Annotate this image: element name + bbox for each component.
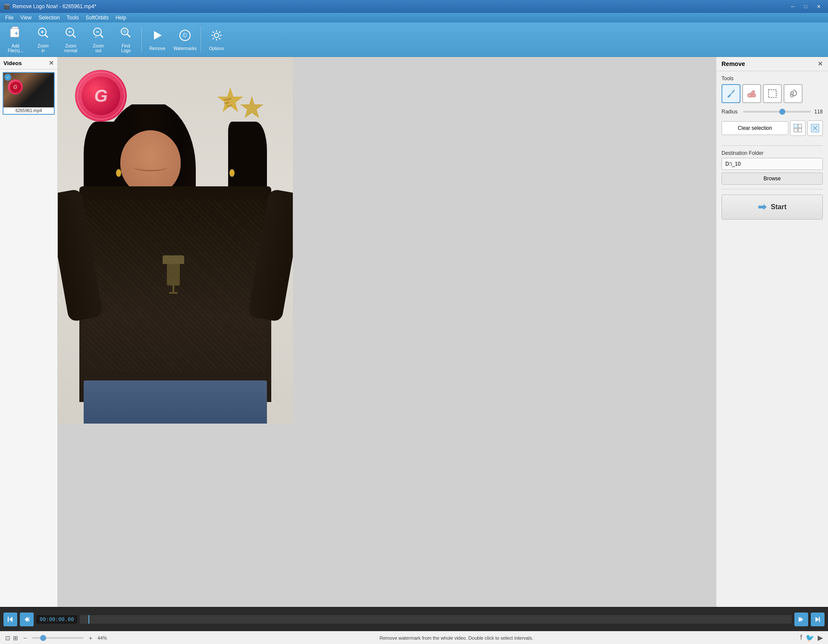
brush-icon xyxy=(726,88,736,99)
start-button[interactable]: ➡ Start xyxy=(721,195,823,220)
svg-line-9 xyxy=(72,35,75,38)
watermarks-icon: © xyxy=(178,28,192,44)
toolbar-options[interactable]: Options xyxy=(203,24,230,55)
window-controls: ─ □ ✕ xyxy=(787,2,825,11)
timeline: 00:00:00.00 xyxy=(0,607,828,631)
timeline-track[interactable] xyxy=(80,615,792,624)
status-message: Remove watermark from the whole video. D… xyxy=(113,635,800,641)
youtube-share-icon[interactable]: ▶ xyxy=(818,634,823,642)
rect-select-tool-button[interactable] xyxy=(763,84,782,103)
select-interval-icon xyxy=(810,123,820,133)
start-arrow-icon: ➡ xyxy=(758,201,766,213)
clear-selection-button[interactable]: Clear selection xyxy=(721,121,788,135)
menu-view[interactable]: View xyxy=(17,14,35,22)
title-bar: 🎬 Remove Logo Now! - 6265961.mp4* ─ □ ✕ xyxy=(0,0,828,13)
right-panel-header: Remove ✕ xyxy=(716,57,828,71)
zoom-value-display: 44% xyxy=(97,635,113,641)
zoom-normal-icon xyxy=(64,26,78,42)
panel-close-button[interactable]: ✕ xyxy=(818,60,823,67)
svg-line-15 xyxy=(127,34,130,37)
woman-figure xyxy=(58,104,293,424)
twitter-share-icon[interactable]: 🐦 xyxy=(806,634,814,642)
zoom-slider[interactable] xyxy=(32,637,84,639)
zoom-controls-left: ⊡ ⊞ − + 44% xyxy=(5,635,113,641)
toolbar-sep-1 xyxy=(141,27,142,53)
menu-selection[interactable]: Selection xyxy=(35,14,63,22)
select-all-frames-button[interactable] xyxy=(790,120,806,136)
next-frame-button[interactable] xyxy=(794,613,808,626)
eraser-icon xyxy=(746,88,757,99)
toolbar-remove[interactable]: Remove xyxy=(144,24,171,55)
toolbar-watermarks[interactable]: © Watermarks xyxy=(171,24,199,55)
toolbar-add-files[interactable]: + AddFile(s)... xyxy=(2,24,29,55)
maximize-button[interactable]: □ xyxy=(800,2,812,11)
svg-rect-42 xyxy=(794,129,797,132)
prev-frame-button[interactable] xyxy=(20,613,34,626)
menu-help[interactable]: Help xyxy=(112,14,130,22)
zoom-to-fit-icon[interactable]: ⊡ xyxy=(5,635,10,641)
menu-softorbits[interactable]: SoftOrbits xyxy=(82,14,112,22)
zoom-in-status-button[interactable]: + xyxy=(86,635,95,641)
svg-line-6 xyxy=(45,35,48,38)
svg-line-34 xyxy=(733,90,734,92)
select-interval-button[interactable] xyxy=(807,120,823,136)
toolbar-zoom-normal[interactable]: Zoomnormal xyxy=(57,24,85,55)
main-layout: Videos ✕ G ✓ 6265961.mp4 G xyxy=(0,57,828,607)
timeline-right-buttons xyxy=(794,613,825,626)
minimize-button[interactable]: ─ xyxy=(787,2,799,11)
canvas-area[interactable]: G Happy New Year xyxy=(58,57,716,607)
toolbar-sep-2 xyxy=(201,27,201,53)
svg-rect-43 xyxy=(798,129,802,132)
sidebar-close-button[interactable]: ✕ xyxy=(49,60,54,66)
zoom-out-label: Zoomout xyxy=(93,44,104,53)
remove-label: Remove xyxy=(149,46,165,51)
status-bar: ⊡ ⊞ − + 44% Remove watermark from the wh… xyxy=(0,631,828,644)
svg-rect-54 xyxy=(819,617,820,622)
toolbar-zoom-out[interactable]: − Zoomout xyxy=(85,24,112,55)
radius-value: 118 xyxy=(811,109,823,115)
lasso-tool-button[interactable] xyxy=(784,84,803,103)
destination-folder-input[interactable] xyxy=(721,158,823,170)
sidebar: Videos ✕ G ✓ 6265961.mp4 xyxy=(0,57,58,607)
timeline-time-display: 00:00:00.00 xyxy=(36,615,77,624)
tools-section-label: Tools xyxy=(721,75,823,82)
find-logo-label: FindLogo xyxy=(121,44,131,53)
zoom-marquee-icon[interactable]: ⊞ xyxy=(13,635,18,641)
remove-icon xyxy=(151,28,164,44)
clear-selection-row: Clear selection xyxy=(721,120,823,136)
svg-line-28 xyxy=(213,38,214,39)
svg-rect-38 xyxy=(768,90,776,97)
radius-slider[interactable] xyxy=(743,111,811,113)
brush-tool-button[interactable] xyxy=(721,84,740,103)
timeline-marker xyxy=(88,615,89,624)
toolbar-find-logo[interactable]: FindLogo xyxy=(112,24,140,55)
menu-file[interactable]: File xyxy=(2,14,17,22)
watermarks-label: Watermarks xyxy=(173,46,197,51)
eraser-tool-button[interactable] xyxy=(742,84,761,103)
svg-marker-17 xyxy=(154,31,162,40)
skip-to-start-button[interactable] xyxy=(3,613,17,626)
options-icon xyxy=(210,28,223,44)
menu-tools[interactable]: Tools xyxy=(63,14,82,22)
select-all-frames-icon xyxy=(793,123,803,133)
zoom-normal-label: Zoomnormal xyxy=(64,44,78,53)
facebook-share-icon[interactable]: f xyxy=(800,634,802,642)
zoom-out-status-button[interactable]: − xyxy=(21,635,29,641)
add-files-label: AddFile(s)... xyxy=(8,44,23,53)
app-icon: 🎬 xyxy=(3,3,10,9)
toolbar-zoom-in[interactable]: Zoomin xyxy=(29,24,57,55)
radius-label: Radius xyxy=(721,109,743,115)
svg-point-20 xyxy=(214,33,219,38)
browse-button[interactable]: Browse xyxy=(721,173,823,185)
next-frame-icon xyxy=(798,616,805,623)
svg-rect-1 xyxy=(12,27,18,28)
close-button[interactable]: ✕ xyxy=(812,2,825,11)
tools-row xyxy=(721,84,823,103)
skip-start-icon xyxy=(7,616,14,623)
svg-line-26 xyxy=(219,38,220,39)
video-thumbnail-item[interactable]: G ✓ 6265961.mp4 xyxy=(3,72,55,115)
thumbnail-image: G ✓ xyxy=(3,73,54,107)
skip-to-end-button[interactable] xyxy=(811,613,825,626)
destination-section: Destination Folder Browse xyxy=(716,146,828,189)
svg-point-16 xyxy=(123,30,126,33)
